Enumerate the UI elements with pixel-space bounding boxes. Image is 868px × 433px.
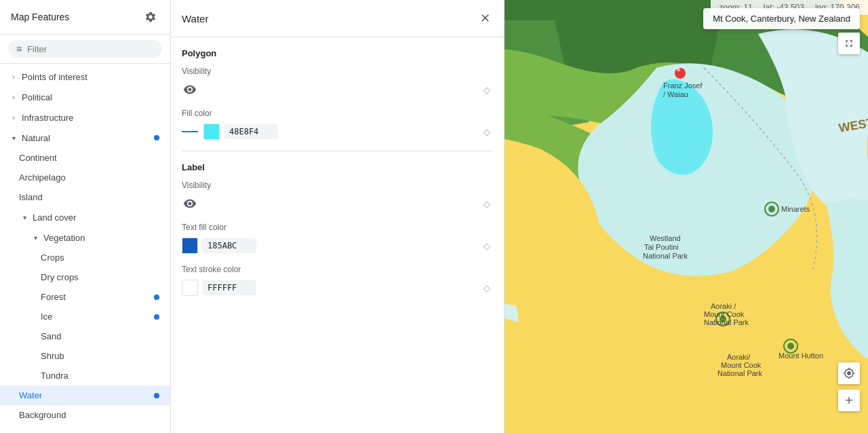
svg-point-10 [768,206,775,212]
visibility-toggle[interactable] [182,81,198,98]
gear-icon [144,11,157,23]
text-stroke-color-input[interactable]: FFFFFF [202,280,256,295]
sidebar-item-infrastructure[interactable]: › Infrastructure [0,107,170,128]
sidebar-item-label: Sand [41,331,159,341]
eye-icon [183,83,197,96]
sidebar-item-crops[interactable]: Crops [0,248,170,267]
settings-button[interactable] [142,8,159,26]
sidebar-item-vegetation[interactable]: ▾ Vegetation [0,227,170,248]
modified-dot [154,295,159,300]
caret-icon: › [8,112,19,123]
sidebar-item-continent[interactable]: Continent [0,148,170,168]
map-area[interactable]: zoom: 11 lat: -43.503 lng: 170.306 WEST … [505,0,868,433]
visibility-row: ◇ [182,81,493,98]
fill-diamond-icon[interactable]: ◇ [481,126,493,138]
svg-text:Mount Hutton: Mount Hutton [778,352,823,360]
sidebar-title: Map Features [11,12,69,22]
fill-color-swatch[interactable] [203,124,220,140]
sidebar-item-label: Infrastructure [22,113,159,123]
zoom-label: zoom: 11 [719,3,752,12]
map-svg: WEST COAST CANTERBURY WEST COAST CANTERB… [505,0,868,433]
sidebar-item-island[interactable]: Island [0,187,170,207]
sidebar-item-label: Natural [22,133,154,143]
sidebar-item-label: Dry crops [41,272,159,282]
svg-text:Tai Poutini: Tai Poutini [644,243,679,251]
sidebar-item-forest[interactable]: Forest [0,287,170,307]
sidebar-item-label: Island [19,192,159,202]
fill-color-input[interactable]: 48E8F4 [224,124,278,139]
eye-icon-2 [183,197,197,210]
expand-icon: ▾ [30,232,41,243]
text-stroke-diamond-icon[interactable]: ◇ [481,282,493,294]
label-visibility-toggle[interactable] [182,195,198,212]
sidebar-item-label: Continent [19,153,159,163]
modified-dot [154,135,159,140]
lng-label: lng: 170.306 [815,3,860,12]
label-visibility-row: ◇ [182,195,493,212]
sidebar-item-label: Crops [41,252,159,263]
svg-text:National Park: National Park [704,318,749,326]
svg-text:6: 6 [677,66,680,73]
text-stroke-color-swatch[interactable] [182,280,198,296]
label-section-title: Label [182,162,493,172]
svg-text:Mount Cook: Mount Cook [704,310,745,318]
svg-point-32 [787,343,794,350]
sidebar-item-sand[interactable]: Sand [0,326,170,346]
filter-icon: ≡ [16,43,22,54]
modified-dot [154,314,159,320]
sidebar-item-archipelago[interactable]: Archipelago [0,168,170,187]
visibility-label: Visibility [182,67,493,76]
text-fill-diamond-icon[interactable]: ◇ [481,240,493,252]
location-icon [843,367,855,379]
sidebar-item-land-cover[interactable]: ▾ Land cover [0,207,170,227]
text-fill-color-swatch[interactable] [182,238,198,254]
feature-panel: Water ✕ Polygon Visibility ◇ Fill color [171,0,505,433]
sidebar-item-label: Vegetation [43,233,159,243]
sidebar-item-water[interactable]: Water [0,385,170,405]
svg-text:Aoraki/: Aoraki/ [727,353,751,361]
panel-title: Water [182,13,208,24]
sidebar-item-background[interactable]: Background [0,405,170,425]
sidebar-header: Map Features [0,0,170,35]
panel-body: Polygon Visibility ◇ Fill color 48E8F4 [171,37,504,318]
filter-bar: ≡ [0,35,170,64]
diamond-icon[interactable]: ◇ [481,83,493,96]
expand-icon: ▾ [19,212,30,223]
svg-text:Westland: Westland [650,234,681,242]
caret-icon: › [8,71,19,82]
fill-color-label: Fill color [182,109,493,118]
my-location-button[interactable] [838,362,860,384]
sidebar-item-dry-crops[interactable]: Dry crops [0,267,170,287]
text-stroke-color-label: Text stroke color [182,265,493,274]
svg-text:National Park: National Park [643,252,688,260]
svg-text:Franz Josef: Franz Josef [663,81,703,90]
sidebar-item-political[interactable]: › Political [0,87,170,107]
sidebar-item-label: Tundra [41,371,159,381]
label-visibility-label: Visibility [182,181,493,190]
sidebar-item-points-of-interest[interactable]: › Points of interest [0,67,170,87]
close-button[interactable]: ✕ [477,8,493,29]
fullscreen-icon [844,38,854,49]
sidebar-item-label: Archipelago [19,172,159,183]
fullscreen-button[interactable] [838,33,860,54]
text-fill-color-input[interactable]: 185ABC [202,238,256,253]
sidebar-item-natural[interactable]: ▾ Natural [0,128,170,148]
sidebar-item-label: Points of interest [22,72,159,82]
line-indicator [182,131,198,132]
modified-dot [154,393,159,398]
sidebar-item-tundra[interactable]: Tundra [0,366,170,385]
svg-text:Aoraki /: Aoraki / [711,302,736,310]
sidebar-item-ice[interactable]: Ice [0,307,170,326]
sidebar-item-shrub[interactable]: Shrub [0,346,170,366]
polygon-section-title: Polygon [182,48,493,58]
sidebar-item-label: Political [22,92,159,102]
map-coords: zoom: 11 lat: -43.503 lng: 170.306 [711,0,868,15]
nav-section: › Points of interest › Political › Infra… [0,64,170,428]
svg-text:National Park: National Park [717,369,763,377]
sidebar-item-label: Ice [41,312,154,322]
zoom-in-button[interactable]: + [838,390,860,411]
label-diamond-icon[interactable]: ◇ [481,197,493,210]
svg-text:Minarets: Minarets [781,205,810,213]
filter-input[interactable] [27,44,154,54]
filter-input-wrap: ≡ [8,40,162,58]
